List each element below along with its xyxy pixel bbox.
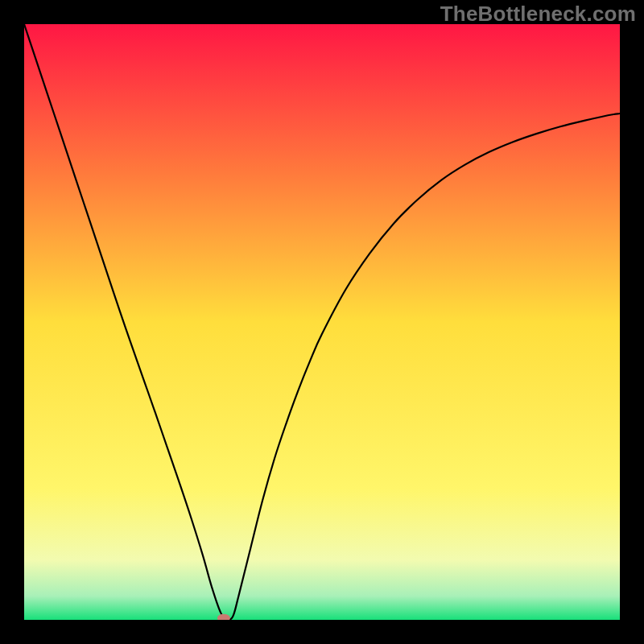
chart-frame: TheBottleneck.com	[0, 0, 644, 644]
bottleneck-chart	[24, 24, 620, 620]
watermark-text: TheBottleneck.com	[440, 2, 636, 27]
gradient-background	[24, 24, 620, 620]
